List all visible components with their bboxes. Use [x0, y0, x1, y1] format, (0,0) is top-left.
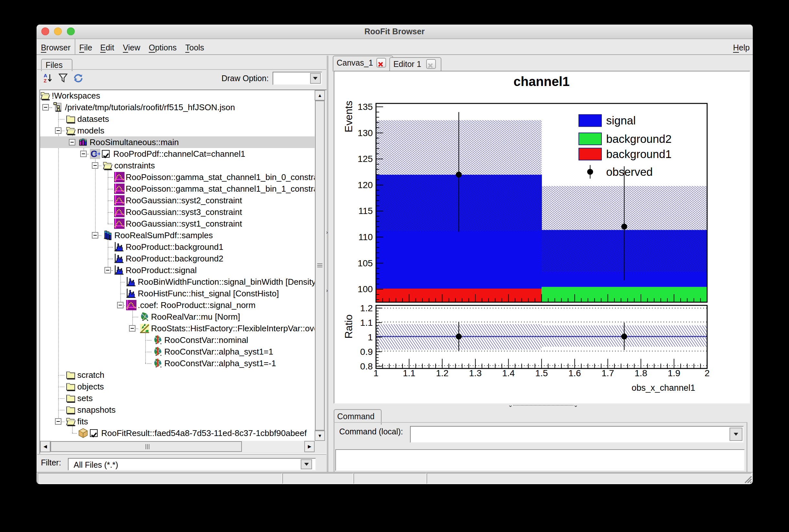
- svg-text:1: 1: [374, 368, 379, 378]
- svg-text:2: 2: [705, 368, 710, 378]
- svg-text:115: 115: [358, 206, 373, 216]
- svg-text:1.9: 1.9: [668, 368, 680, 378]
- svg-text:135: 135: [358, 102, 373, 112]
- svg-text:110: 110: [358, 232, 373, 242]
- svg-text:1.2: 1.2: [436, 368, 449, 378]
- svg-text:Ratio: Ratio: [343, 315, 354, 339]
- svg-text:channel1: channel1: [513, 74, 569, 89]
- svg-text:background2: background2: [606, 133, 672, 145]
- svg-text:0.8: 0.8: [360, 361, 373, 372]
- svg-text:130: 130: [358, 128, 373, 138]
- svg-text:obs_x_channel1: obs_x_channel1: [632, 383, 695, 393]
- svg-text:Events: Events: [343, 101, 354, 133]
- svg-text:0.9: 0.9: [360, 347, 373, 357]
- svg-text:++: ++: [94, 151, 100, 157]
- svg-text:A: A: [44, 73, 47, 78]
- svg-text:observed: observed: [606, 166, 653, 178]
- svg-text:1.1: 1.1: [360, 318, 373, 328]
- svg-text:Z: Z: [44, 78, 46, 83]
- svg-text:105: 105: [358, 258, 373, 268]
- svg-text:1.8: 1.8: [635, 368, 647, 378]
- svg-text:120: 120: [358, 180, 373, 190]
- svg-text:1.2: 1.2: [360, 303, 373, 313]
- svg-text:1.3: 1.3: [469, 368, 482, 378]
- svg-text:1.7: 1.7: [601, 368, 614, 378]
- svg-text:100: 100: [358, 284, 373, 294]
- svg-text:background1: background1: [606, 148, 672, 160]
- svg-text:125: 125: [358, 154, 373, 164]
- svg-text:1: 1: [368, 332, 373, 342]
- svg-text:1.4: 1.4: [502, 368, 515, 378]
- svg-text:signal: signal: [606, 114, 636, 127]
- svg-text:1.1: 1.1: [403, 368, 415, 378]
- svg-text:1.6: 1.6: [568, 368, 581, 378]
- svg-text:1.5: 1.5: [535, 368, 548, 378]
